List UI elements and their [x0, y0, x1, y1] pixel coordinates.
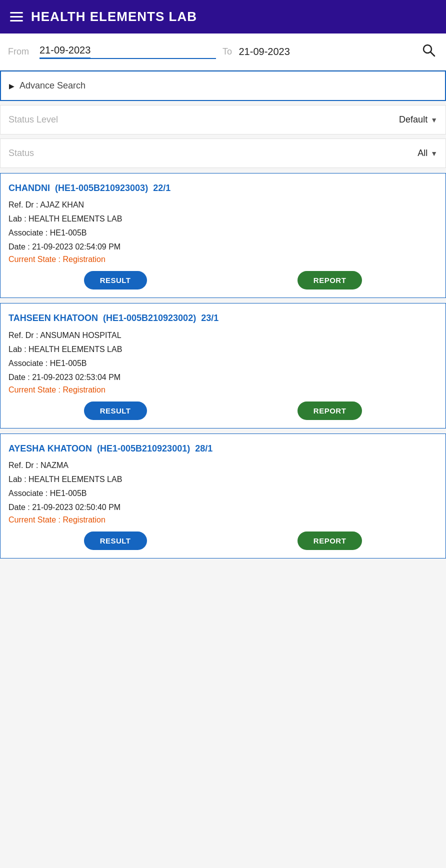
patient-date-1: Date : 21-09-2023 02:53:04 PM [8, 372, 438, 384]
header: HEALTH ELEMENTS LAB [0, 0, 446, 34]
patient-actions-1: RESULT REPORT [8, 402, 438, 420]
patient-actions-0: RESULT REPORT [8, 271, 438, 290]
patient-header-0: CHANDNI (HE1-005B210923003) 22/1 [8, 182, 438, 194]
patient-date-2: Date : 21-09-2023 02:50:40 PM [8, 502, 438, 514]
from-label: From [8, 46, 36, 57]
to-date-value[interactable]: 21-09-2023 [239, 46, 416, 58]
patient-state-1: Current State : Registration [8, 386, 438, 394]
patient-associate-2: Associate : HE1-005B [8, 488, 438, 500]
patient-card-0: CHANDNI (HE1-005B210923003) 22/1 Ref. Dr… [0, 173, 446, 298]
advance-search-label: Advance Search [20, 80, 86, 91]
from-date-value[interactable]: 21-09-2023 [40, 44, 90, 58]
patient-state-0: Current State : Registration [8, 255, 438, 264]
patient-card-2: AYESHA KHATOON (HE1-005B210923001) 28/1 … [0, 434, 446, 558]
status-level-value[interactable]: Default ▼ [399, 114, 438, 125]
result-button-2[interactable]: RESULT [84, 532, 147, 550]
patient-lab-1: Lab : HEALTH ELEMENTS LAB [8, 344, 438, 356]
report-button-0[interactable]: REPORT [298, 271, 362, 290]
report-button-1[interactable]: REPORT [298, 402, 362, 420]
status-level-label: Status Level [8, 114, 58, 125]
report-button-2[interactable]: REPORT [298, 532, 362, 550]
patient-ref-dr-1: Ref. Dr : ANSUMAN HOSPITAL [8, 330, 438, 342]
svg-line-1 [430, 52, 434, 56]
advance-search-bar[interactable]: ▶ Advance Search [0, 70, 446, 101]
result-button-1[interactable]: RESULT [84, 402, 147, 420]
patient-card-1: TAHSEEN KHATOON (HE1-005B210923002) 23/1… [0, 303, 446, 428]
status-dropdown-arrow: ▼ [430, 150, 438, 158]
advance-search-arrow: ▶ [9, 82, 14, 90]
from-date-wrapper[interactable]: 21-09-2023 [40, 44, 216, 59]
patient-lab-0: Lab : HEALTH ELEMENTS LAB [8, 213, 438, 225]
patient-cards-container: CHANDNI (HE1-005B210923003) 22/1 Ref. Dr… [0, 173, 446, 564]
patient-associate-1: Associate : HE1-005B [8, 358, 438, 370]
patient-state-2: Current State : Registration [8, 516, 438, 524]
patient-ref-dr-0: Ref. Dr : AJAZ KHAN [8, 199, 438, 211]
patient-associate-0: Associate : HE1-005B [8, 227, 438, 239]
status-label: Status [8, 148, 34, 158]
patient-ref-dr-2: Ref. Dr : NAZMA [8, 460, 438, 472]
to-label: To [220, 46, 235, 57]
status-filter[interactable]: Status All ▼ [0, 138, 446, 168]
patient-actions-2: RESULT REPORT [8, 532, 438, 550]
patient-lab-2: Lab : HEALTH ELEMENTS LAB [8, 474, 438, 486]
status-value[interactable]: All ▼ [418, 148, 438, 158]
result-button-0[interactable]: RESULT [84, 271, 147, 290]
app-title: HEALTH ELEMENTS LAB [31, 9, 197, 24]
status-level-dropdown-arrow: ▼ [430, 116, 438, 124]
search-button[interactable] [419, 42, 438, 61]
status-level-filter[interactable]: Status Level Default ▼ [0, 105, 446, 134]
date-filter-row: From 21-09-2023 To 21-09-2023 [0, 34, 446, 70]
hamburger-menu-button[interactable] [10, 12, 23, 22]
patient-header-2: AYESHA KHATOON (HE1-005B210923001) 28/1 [8, 443, 438, 454]
patient-header-1: TAHSEEN KHATOON (HE1-005B210923002) 23/1 [8, 312, 438, 324]
patient-date-0: Date : 21-09-2023 02:54:09 PM [8, 241, 438, 253]
